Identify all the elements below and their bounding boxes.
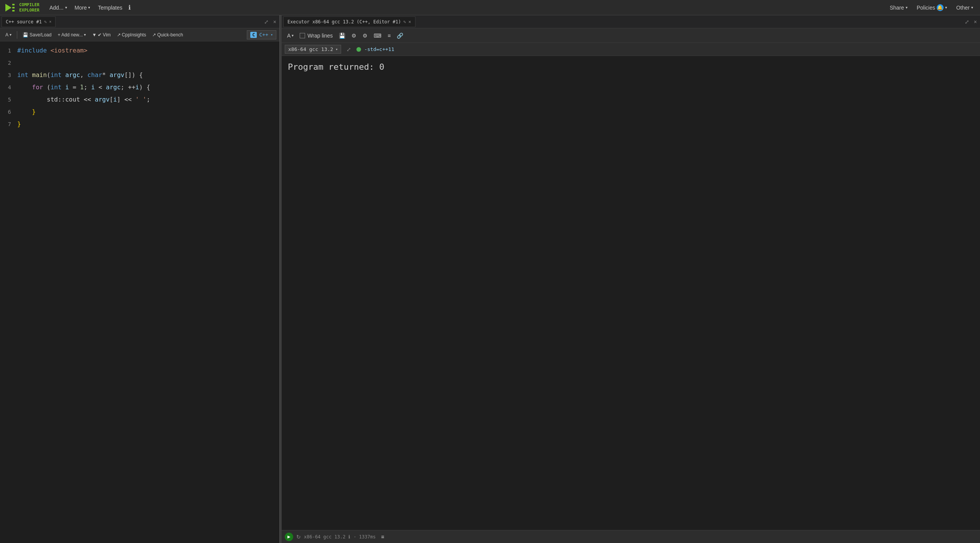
code-line-5: 5 std::cout << argv[i] << ' '; (0, 94, 279, 106)
maximize-editor-button[interactable]: ⤢ (263, 18, 270, 26)
info-button[interactable]: ℹ (126, 2, 133, 13)
line-number-4: 4 (0, 81, 17, 94)
bottom-time: · 1337ms (353, 534, 376, 540)
line-content-4: for (int i = 1; i < argc; ++i) { (17, 81, 279, 94)
code-line-3: 3 int main(int argc, char* argv[]) { (0, 69, 279, 81)
wrap-lines-checkbox[interactable]: Wrap lines (297, 31, 335, 40)
executor-tab-bar: Executor x86-64 gcc 13.2 (C++, Editor #1… (282, 15, 980, 28)
line-content-1: #include <iostream> (17, 44, 279, 57)
language-selector[interactable]: C C++ ▾ (247, 30, 276, 39)
exec-tab-close-button[interactable]: × (408, 19, 411, 25)
save-load-button[interactable]: 💾 Save/Load (20, 31, 54, 39)
font-size-button[interactable]: A ▾ (3, 31, 14, 39)
exec-font-icon: A (287, 33, 291, 39)
add-new-button[interactable]: + Add new... ▾ (55, 31, 88, 39)
refresh-button[interactable]: ↻ (296, 534, 301, 540)
line-number-2: 2 (0, 57, 17, 69)
line-number-3: 3 (0, 69, 17, 81)
line-content-5: std::cout << argv[i] << ' '; (17, 94, 279, 106)
bottom-info-icon[interactable]: ℹ (348, 534, 350, 540)
share-chevron-icon: ▾ (906, 5, 908, 10)
code-line-6: 6 } (0, 106, 279, 118)
logo-text: COMPILER EXPLORER (19, 2, 39, 12)
cpp-insights-icon: ↗ (117, 32, 121, 38)
exec-font-size-button[interactable]: A ▾ (285, 31, 296, 40)
compiler-external-link-button[interactable]: ⤢ (344, 46, 353, 53)
executor-bottom-bar: ▶ ↻ x86-64 gcc 13.2 ℹ · 1337ms ≡ (282, 530, 980, 543)
line-number-7: 7 (0, 118, 17, 130)
lang-badge: C (250, 32, 257, 38)
editor-pane: C++ source #1 ✎ × ⤢ × A ▾ 💾 Save/Load + … (0, 15, 280, 543)
compiler-flag: -std=c++11 (364, 46, 394, 52)
close-editor-button[interactable]: × (272, 18, 278, 26)
main-area: C++ source #1 ✎ × ⤢ × A ▾ 💾 Save/Load + … (0, 15, 980, 543)
executor-toolbar: A ▾ Wrap lines 💾 ⚙ ⚙ ⌨ ≡ 🔗 (282, 28, 980, 43)
exec-stdin-button[interactable]: ⌨ (371, 31, 384, 40)
exec-link-button[interactable]: 🔗 (394, 31, 405, 40)
tab-icons: ⤢ × (263, 18, 278, 26)
policies-chevron-icon: ▾ (945, 5, 947, 10)
top-nav: COMPILER EXPLORER Add... ▾ More ▾ Templa… (0, 0, 980, 15)
code-editor[interactable]: 1 #include <iostream> 2 3 int main(int a… (0, 41, 279, 543)
editor-tab[interactable]: C++ source #1 ✎ × (2, 16, 56, 27)
logo-icon (3, 1, 17, 15)
save-output-button[interactable]: 💾 (337, 31, 348, 40)
templates-button[interactable]: Templates (94, 3, 126, 12)
editor-tab-bar: C++ source #1 ✎ × ⤢ × (0, 15, 279, 28)
toolbar-separator-1 (17, 31, 17, 39)
executor-output: Program returned: 0 (282, 56, 980, 530)
font-icon: A (5, 32, 8, 38)
bottom-log-button[interactable]: ≡ (379, 533, 386, 541)
other-chevron-icon: ▾ (971, 5, 973, 10)
close-executor-button[interactable]: × (972, 18, 978, 26)
code-line-2: 2 (0, 57, 279, 69)
nav-right: Share ▾ Policies 🔔 ▾ Other ▾ (886, 3, 977, 13)
quick-bench-button[interactable]: ↗ Quick-bench (150, 31, 185, 39)
executor-tab[interactable]: Executor x86-64 gcc 13.2 (C++, Editor #1… (283, 16, 415, 27)
lang-chevron-icon: ▾ (271, 33, 273, 37)
vim-button[interactable]: ▼ ✔ Vim (90, 31, 113, 39)
compiler-chevron-icon: ▾ (335, 47, 338, 51)
exec-tab-icons: ⤢ × (963, 18, 978, 26)
editor-toolbar: A ▾ 💾 Save/Load + Add new... ▾ ▼ ✔ Vim ↗… (0, 28, 279, 41)
line-content-6: } (17, 106, 279, 118)
vim-icon: ▼ (92, 32, 97, 38)
compiler-status-dot (356, 47, 361, 52)
logo-area: COMPILER EXPLORER (3, 1, 39, 15)
save-icon: 💾 (23, 32, 28, 38)
code-line-4: 4 for (int i = 1; i < argc; ++i) { (0, 81, 279, 94)
notification-badge: 🔔 (937, 4, 944, 11)
code-line-1: 1 #include <iostream> (0, 44, 279, 57)
line-content-3: int main(int argc, char* argv[]) { (17, 69, 279, 81)
share-button[interactable]: Share ▾ (886, 3, 911, 12)
exec-edit-icon[interactable]: ✎ (403, 19, 406, 25)
add-menu-button[interactable]: Add... ▾ (46, 3, 71, 12)
wrap-checkbox-box (300, 33, 305, 38)
line-number-6: 6 (0, 106, 17, 118)
line-number-5: 5 (0, 94, 17, 106)
add-new-chevron-icon: ▾ (84, 33, 86, 37)
other-button[interactable]: Other ▾ (952, 3, 977, 12)
svg-rect-3 (12, 7, 15, 8)
exec-args-button[interactable]: ≡ (385, 31, 393, 40)
program-returned-text: Program returned: 0 (288, 62, 974, 72)
cpp-insights-button[interactable]: ↗ CppInsights (115, 31, 148, 39)
quick-bench-icon: ↗ (152, 32, 156, 38)
compiler-dropdown[interactable]: x86-64 gcc 13.2 ▾ (285, 45, 341, 54)
svg-rect-4 (12, 10, 15, 11)
add-chevron-icon: ▾ (65, 5, 67, 10)
bottom-compiler-name: x86-64 gcc 13.2 (304, 534, 345, 540)
more-chevron-icon: ▾ (88, 5, 90, 10)
maximize-executor-button[interactable]: ⤢ (963, 18, 971, 26)
exec-settings-button[interactable]: ⚙ (349, 31, 359, 40)
more-menu-button[interactable]: More ▾ (71, 3, 94, 12)
edit-icon[interactable]: ✎ (44, 19, 47, 25)
font-chevron-icon: ▾ (10, 33, 11, 37)
exec-share-button[interactable]: ⚙ (360, 31, 370, 40)
policies-button[interactable]: Policies 🔔 ▾ (913, 3, 951, 13)
tab-close-button[interactable]: × (49, 20, 51, 24)
compiler-select-row: x86-64 gcc 13.2 ▾ ⤢ -std=c++11 (282, 43, 980, 56)
run-button[interactable]: ▶ (285, 533, 293, 541)
exec-font-chevron-icon: ▾ (292, 33, 294, 38)
svg-rect-2 (12, 4, 15, 5)
